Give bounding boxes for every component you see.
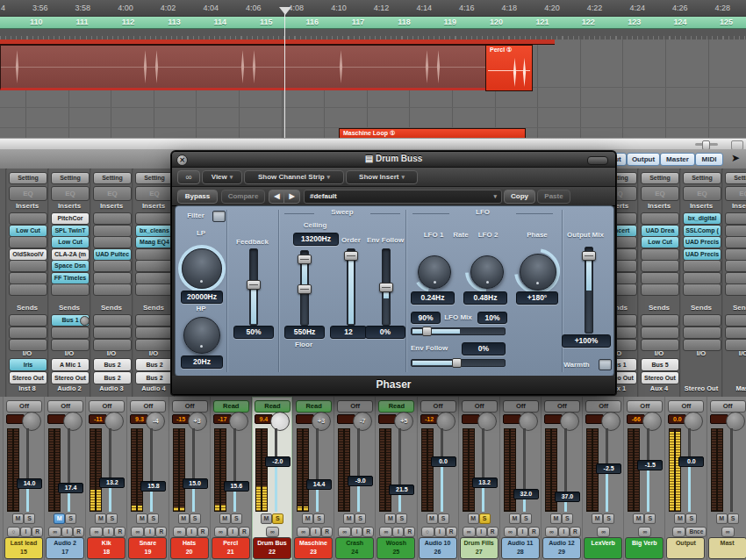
- percl-audio-region[interactable]: Percl ①: [485, 45, 533, 91]
- strip-name[interactable]: Inst 8: [7, 384, 47, 392]
- insert-slot[interactable]: [641, 284, 679, 296]
- input-monitor-button[interactable]: I: [144, 527, 155, 537]
- insert-slot[interactable]: [725, 248, 746, 261]
- copy-button[interactable]: Copy: [504, 190, 535, 204]
- pan-knob[interactable]: [726, 412, 745, 431]
- solo-button[interactable]: S: [438, 513, 449, 524]
- solo-button[interactable]: S: [272, 513, 283, 524]
- insert-slot[interactable]: [725, 284, 746, 296]
- lp-knob[interactable]: [182, 248, 222, 289]
- pan-knob[interactable]: [22, 412, 41, 431]
- insert-slot[interactable]: [683, 260, 721, 272]
- fader-value[interactable]: 15.8: [140, 481, 166, 492]
- insert-slot[interactable]: Low Cut: [51, 236, 90, 248]
- pan-knob[interactable]: [63, 412, 82, 431]
- pan-knob[interactable]: +5: [394, 412, 413, 431]
- format-button[interactable]: ∞: [721, 527, 735, 537]
- insert-slot[interactable]: [9, 212, 47, 225]
- automation-button[interactable]: Off: [627, 400, 663, 413]
- format-button[interactable]: ∞: [214, 527, 227, 537]
- show-insert-menu[interactable]: Show Insert: [346, 170, 418, 184]
- solo-button[interactable]: S: [231, 513, 242, 524]
- pan-knob[interactable]: [560, 412, 579, 431]
- insert-slot[interactable]: CLA-2A (m: [51, 248, 90, 261]
- mute-button[interactable]: M: [592, 513, 603, 524]
- lfo-mix-slider[interactable]: [411, 327, 506, 335]
- fader-value[interactable]: -1.5: [637, 460, 663, 470]
- format-button[interactable]: ∞: [90, 527, 103, 537]
- playhead-handle-icon[interactable]: [279, 7, 291, 15]
- record-enable-button[interactable]: R: [446, 527, 457, 537]
- fader-value[interactable]: 0.0: [678, 456, 704, 467]
- format-button[interactable]: ∞: [379, 527, 392, 537]
- track-name-label[interactable]: Mast: [708, 537, 746, 559]
- mute-button[interactable]: M: [261, 513, 272, 524]
- tab-output[interactable]: Output: [627, 153, 660, 166]
- solo-button[interactable]: S: [106, 513, 118, 524]
- feedback-value[interactable]: 50%: [233, 326, 274, 339]
- maschine-loop-region[interactable]: Maschine Loop ①: [339, 128, 526, 138]
- cursor-tool-icon[interactable]: ➤: [731, 152, 740, 164]
- pan-knob[interactable]: [601, 412, 620, 431]
- insert-slot[interactable]: [135, 248, 174, 261]
- format-button[interactable]: ∞: [672, 527, 685, 537]
- input-monitor-button[interactable]: I: [103, 527, 114, 537]
- record-enable-button[interactable]: R: [239, 527, 250, 537]
- record-enable-button[interactable]: R: [528, 527, 540, 537]
- io-button[interactable]: Stereo Out: [641, 371, 679, 384]
- insert-slot[interactable]: UAD Precis: [683, 236, 721, 248]
- lfo1-knob[interactable]: [418, 255, 451, 289]
- fader-value[interactable]: 13.2: [99, 477, 125, 488]
- playhead[interactable]: [284, 7, 285, 138]
- send-slot[interactable]: [725, 327, 746, 339]
- input-monitor-button[interactable]: I: [20, 527, 32, 537]
- insert-slot[interactable]: [725, 212, 746, 225]
- pan-knob[interactable]: +3: [312, 412, 331, 431]
- solo-button[interactable]: S: [355, 513, 366, 524]
- strip-name[interactable]: Audio 2: [49, 384, 90, 392]
- fader-value[interactable]: 15.6: [224, 481, 249, 492]
- insert-slot[interactable]: [93, 272, 132, 284]
- format-button[interactable]: ∞: [173, 527, 186, 537]
- strip-name[interactable]: Stereo Out: [681, 384, 721, 392]
- input-monitor-button[interactable]: I: [392, 527, 404, 537]
- fader-value[interactable]: -9.0: [348, 476, 373, 486]
- io-button[interactable]: Iris: [9, 358, 47, 371]
- track-name-label[interactable]: Kik18: [87, 537, 126, 559]
- mute-button[interactable]: M: [509, 513, 520, 524]
- send-slot[interactable]: [641, 327, 679, 339]
- solo-button[interactable]: S: [396, 513, 407, 524]
- output-mix-slider[interactable]: [585, 247, 593, 334]
- fader-value[interactable]: 14.0: [17, 478, 42, 489]
- fader-value[interactable]: 32.0: [513, 489, 539, 499]
- automation-button[interactable]: Off: [172, 400, 208, 413]
- record-enable-button[interactable]: R: [404, 527, 415, 537]
- track-name-label[interactable]: Crash24: [335, 537, 374, 559]
- input-monitor-button[interactable]: I: [476, 527, 487, 537]
- lfo2-knob[interactable]: [470, 255, 504, 289]
- record-enable-button[interactable]: R: [321, 527, 333, 537]
- send-knob[interactable]: [80, 316, 90, 326]
- mute-button[interactable]: M: [136, 513, 147, 524]
- hp-knob[interactable]: [183, 317, 220, 354]
- input-monitor-button[interactable]: I: [517, 527, 528, 537]
- insert-slot[interactable]: [135, 260, 174, 272]
- automation-button[interactable]: Read: [213, 400, 249, 413]
- solo-button[interactable]: S: [644, 513, 656, 524]
- lfo-mix-left-value[interactable]: 90%: [411, 312, 441, 324]
- setting-button[interactable]: Setting: [725, 172, 746, 184]
- insert-slot[interactable]: [93, 225, 132, 237]
- fader-value[interactable]: -2.5: [596, 463, 621, 474]
- automation-button[interactable]: Off: [6, 400, 42, 413]
- insert-slot[interactable]: [93, 236, 132, 248]
- mute-button[interactable]: M: [178, 513, 190, 524]
- track-name-label[interactable]: Output: [666, 537, 705, 559]
- automation-button[interactable]: Off: [668, 400, 704, 413]
- fader-value[interactable]: 17.4: [58, 483, 83, 493]
- env-follow-slider[interactable]: [382, 248, 391, 326]
- fader-value[interactable]: 14.4: [306, 479, 332, 490]
- muted-audio-region[interactable]: [0, 45, 486, 90]
- mute-button[interactable]: M: [550, 513, 562, 524]
- plugin-title-bar[interactable]: ✕ ▤ Drum Buss: [172, 152, 615, 168]
- track-name-label[interactable]: Woosh25: [377, 537, 415, 559]
